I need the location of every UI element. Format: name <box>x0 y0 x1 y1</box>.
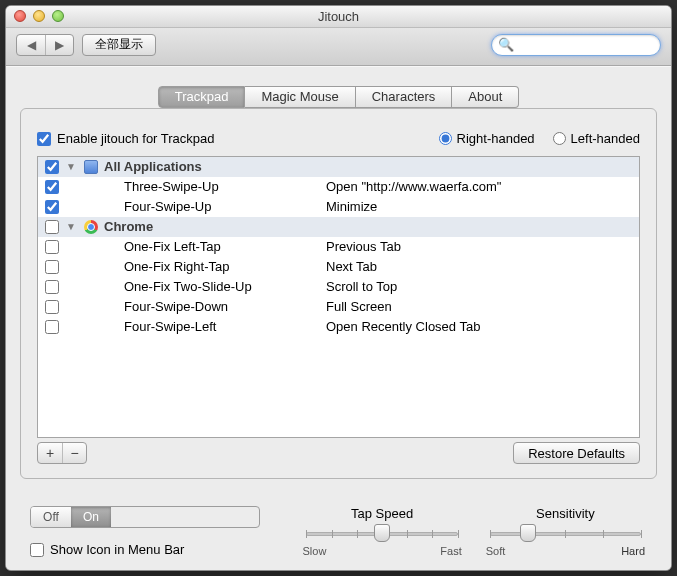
group-chrome[interactable]: ▼ Chrome <box>38 217 639 237</box>
tap-min-label: Slow <box>302 545 326 557</box>
left-handed-option[interactable]: Left-handed <box>553 131 640 146</box>
action-cell: Next Tab <box>326 259 639 274</box>
row-checkbox[interactable] <box>45 300 59 314</box>
off-button[interactable]: Off <box>31 507 71 527</box>
add-remove-segment: + − <box>37 442 87 464</box>
preferences-window: Jitouch ◀ ▶ 全部显示 🔍 Trackpad Magic Mouse … <box>5 5 672 571</box>
action-cell: Open Recently Closed Tab <box>326 319 639 334</box>
enable-trackpad-label: Enable jitouch for Trackpad <box>57 131 215 146</box>
traffic-lights <box>14 10 64 22</box>
right-handed-label: Right-handed <box>457 131 535 146</box>
tap-speed-title: Tap Speed <box>300 506 463 521</box>
tab-strip: Trackpad Magic Mouse Characters About <box>6 86 671 108</box>
table-row[interactable]: One-Fix Right-Tap Next Tab <box>38 257 639 277</box>
tap-speed-group: Tap Speed Slow Fast <box>300 506 463 557</box>
close-icon[interactable] <box>14 10 26 22</box>
handedness-group: Right-handed Left-handed <box>439 131 640 146</box>
back-button[interactable]: ◀ <box>17 35 45 55</box>
menubar-icon-label: Show Icon in Menu Bar <box>50 542 184 557</box>
window-title: Jitouch <box>318 9 359 24</box>
action-cell: Previous Tab <box>326 239 639 254</box>
chrome-icon <box>84 220 98 234</box>
gesture-cell: One-Fix Left-Tap <box>100 239 326 254</box>
right-handed-option[interactable]: Right-handed <box>439 131 535 146</box>
gesture-table[interactable]: ▼ All Applications Three-Swipe-Up Open "… <box>37 156 640 438</box>
group-chrome-checkbox[interactable] <box>45 220 59 234</box>
left-handed-radio[interactable] <box>553 132 566 145</box>
table-row[interactable]: Three-Swipe-Up Open "http://www.waerfa.c… <box>38 177 639 197</box>
tap-max-label: Fast <box>440 545 461 557</box>
search-icon: 🔍 <box>498 37 514 52</box>
zoom-icon[interactable] <box>52 10 64 22</box>
gesture-cell: One-Fix Two-Slide-Up <box>100 279 326 294</box>
action-cell: Minimize <box>326 199 639 214</box>
row-checkbox[interactable] <box>45 320 59 334</box>
sensitivity-title: Sensitivity <box>484 506 647 521</box>
trackpad-pane: Enable jitouch for Trackpad Right-handed… <box>20 108 657 479</box>
enable-trackpad-input[interactable] <box>37 132 51 146</box>
row-checkbox[interactable] <box>45 260 59 274</box>
gesture-cell: Three-Swipe-Up <box>100 179 326 194</box>
content-area: Trackpad Magic Mouse Characters About En… <box>6 66 671 570</box>
slider-knob[interactable] <box>520 524 536 542</box>
disclosure-triangle-icon[interactable]: ▼ <box>66 221 82 232</box>
search-input[interactable] <box>491 34 661 56</box>
forward-button[interactable]: ▶ <box>45 35 73 55</box>
table-row[interactable]: Four-Swipe-Left Open Recently Closed Tab <box>38 317 639 337</box>
disclosure-triangle-icon[interactable]: ▼ <box>66 161 82 172</box>
table-row[interactable]: Four-Swipe-Up Minimize <box>38 197 639 217</box>
slider-knob[interactable] <box>374 524 390 542</box>
table-row[interactable]: Four-Swipe-Down Full Screen <box>38 297 639 317</box>
menubar-icon-checkbox[interactable]: Show Icon in Menu Bar <box>30 542 260 557</box>
show-all-button[interactable]: 全部显示 <box>82 34 156 56</box>
bottom-controls: Off On Show Icon in Menu Bar Tap Speed <box>30 506 647 557</box>
titlebar[interactable]: Jitouch <box>6 6 671 28</box>
group-label: All Applications <box>100 159 326 174</box>
row-checkbox[interactable] <box>45 200 59 214</box>
add-button[interactable]: + <box>38 443 62 463</box>
gesture-cell: One-Fix Right-Tap <box>100 259 326 274</box>
menubar-icon-input[interactable] <box>30 543 44 557</box>
search-field-wrap: 🔍 <box>491 34 661 56</box>
tab-magic-mouse[interactable]: Magic Mouse <box>245 86 355 108</box>
row-checkbox[interactable] <box>45 180 59 194</box>
row-checkbox[interactable] <box>45 240 59 254</box>
toolbar: ◀ ▶ 全部显示 🔍 <box>6 28 671 66</box>
tab-characters[interactable]: Characters <box>356 86 453 108</box>
app-icon <box>84 160 98 174</box>
row-checkbox[interactable] <box>45 280 59 294</box>
sensitivity-slider[interactable] <box>490 523 641 543</box>
on-button[interactable]: On <box>71 507 111 527</box>
gesture-cell: Four-Swipe-Down <box>100 299 326 314</box>
sens-max-label: Hard <box>621 545 645 557</box>
group-all-applications[interactable]: ▼ All Applications <box>38 157 639 177</box>
minimize-icon[interactable] <box>33 10 45 22</box>
table-row[interactable]: One-Fix Left-Tap Previous Tab <box>38 237 639 257</box>
sens-min-label: Soft <box>486 545 506 557</box>
restore-defaults-button[interactable]: Restore Defaults <box>513 442 640 464</box>
on-off-toggle[interactable]: Off On <box>30 506 260 528</box>
action-cell: Open "http://www.waerfa.com" <box>326 179 639 194</box>
action-cell: Full Screen <box>326 299 639 314</box>
group-all-checkbox[interactable] <box>45 160 59 174</box>
tap-speed-slider[interactable] <box>306 523 457 543</box>
gesture-cell: Four-Swipe-Up <box>100 199 326 214</box>
action-cell: Scroll to Top <box>326 279 639 294</box>
nav-back-forward: ◀ ▶ <box>16 34 74 56</box>
tab-about[interactable]: About <box>452 86 519 108</box>
right-handed-radio[interactable] <box>439 132 452 145</box>
table-row[interactable]: One-Fix Two-Slide-Up Scroll to Top <box>38 277 639 297</box>
gesture-cell: Four-Swipe-Left <box>100 319 326 334</box>
enable-trackpad-checkbox[interactable]: Enable jitouch for Trackpad <box>37 131 215 146</box>
sensitivity-group: Sensitivity Soft Hard <box>484 506 647 557</box>
remove-button[interactable]: − <box>62 443 86 463</box>
left-handed-label: Left-handed <box>571 131 640 146</box>
tab-trackpad[interactable]: Trackpad <box>158 86 246 108</box>
group-label: Chrome <box>100 219 326 234</box>
